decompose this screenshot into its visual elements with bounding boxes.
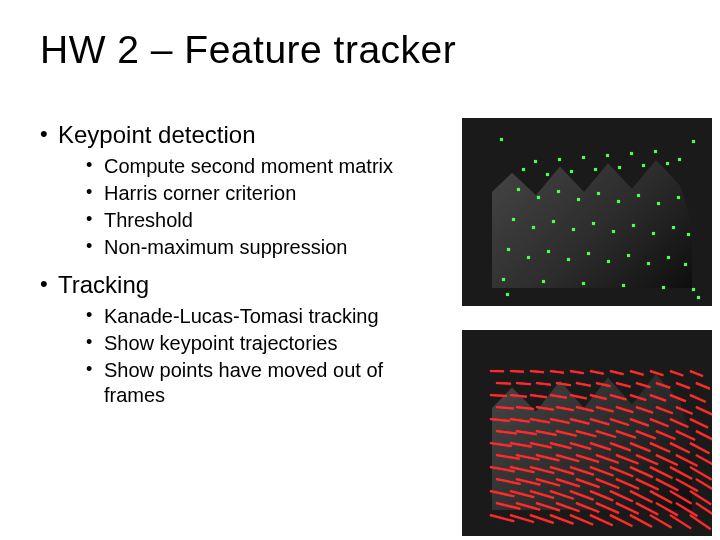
- keypoint-dot: [534, 160, 537, 163]
- subitem: Show keypoint trajectories: [86, 331, 435, 356]
- keypoint-dot: [597, 192, 600, 195]
- subitem: Harris corner criterion: [86, 181, 435, 206]
- keypoint-dot: [692, 140, 695, 143]
- keypoint-dot: [652, 232, 655, 235]
- trajectory-streak: [496, 382, 511, 385]
- subitem: Non-maximum suppression: [86, 235, 435, 260]
- keypoint-dot: [697, 296, 700, 299]
- trajectory-streak: [669, 514, 691, 529]
- trajectory-streak: [649, 514, 672, 529]
- keypoint-dot: [512, 218, 515, 221]
- keypoint-dot: [570, 170, 573, 173]
- keypoint-dot: [642, 164, 645, 167]
- keypoint-dot: [672, 226, 675, 229]
- trajectory-streak: [510, 370, 524, 373]
- trajectory-streak: [696, 430, 712, 441]
- keypoint-dot: [647, 262, 650, 265]
- keypoint-dot: [517, 188, 520, 191]
- keypoint-dot: [594, 168, 597, 171]
- keypoint-dot: [677, 196, 680, 199]
- figure-keypoints: [462, 118, 712, 306]
- keypoint-dot: [606, 154, 609, 157]
- figure-tracking: [462, 330, 712, 536]
- sublist-keypoint: Compute second moment matrix Harris corn…: [58, 154, 435, 260]
- keypoint-dot: [506, 293, 509, 296]
- slide: HW 2 – Feature tracker Keypoint detectio…: [0, 0, 720, 540]
- keypoint-dot: [557, 190, 560, 193]
- keypoint-dot: [522, 168, 525, 171]
- subitem: Show points have moved out of frames: [86, 358, 435, 408]
- trajectory-streak: [516, 382, 532, 385]
- trajectory-streak: [696, 382, 711, 390]
- trajectory-streak: [570, 370, 584, 374]
- keypoint-dot: [667, 256, 670, 259]
- trajectory-streak: [689, 466, 712, 480]
- trajectory-streak: [690, 442, 711, 454]
- keypoint-dot: [567, 258, 570, 261]
- trajectory-streak: [530, 370, 544, 373]
- keypoint-dot: [558, 158, 561, 161]
- slide-title: HW 2 – Feature tracker: [40, 28, 456, 72]
- keypoint-dot: [654, 150, 657, 153]
- keypoint-dot: [684, 263, 687, 266]
- keypoint-dot: [577, 198, 580, 201]
- keypoint-dot: [507, 248, 510, 251]
- building-shape: [492, 128, 692, 288]
- keypoint-dot: [592, 222, 595, 225]
- keypoint-dot: [630, 152, 633, 155]
- trajectory-streak: [690, 370, 704, 377]
- keypoint-dot: [618, 166, 621, 169]
- keypoint-dot: [666, 162, 669, 165]
- keypoint-dot: [527, 256, 530, 259]
- bullet-label: Keypoint detection: [58, 121, 255, 148]
- trajectory-streak: [490, 394, 507, 397]
- trajectory-streak: [690, 418, 709, 428]
- keypoint-dot: [637, 194, 640, 197]
- keypoint-dot: [587, 252, 590, 255]
- keypoint-dot: [546, 173, 549, 176]
- keypoint-dot: [552, 220, 555, 223]
- subitem: Compute second moment matrix: [86, 154, 435, 179]
- keypoint-dot: [502, 278, 505, 281]
- trajectory-streak: [696, 406, 712, 415]
- keypoint-dot: [678, 158, 681, 161]
- keypoint-dot: [532, 226, 535, 229]
- keypoint-dot: [537, 196, 540, 199]
- keypoint-dot: [662, 286, 665, 289]
- trajectory-streak: [530, 394, 547, 398]
- trajectory-streak: [636, 382, 651, 388]
- keypoint-dot: [542, 280, 545, 283]
- keypoint-dot: [582, 282, 585, 285]
- trajectory-streak: [670, 370, 684, 377]
- keypoint-dot: [657, 202, 660, 205]
- bullet-keypoint-detection: Keypoint detection Compute second moment…: [40, 120, 435, 260]
- trajectory-streak: [610, 370, 624, 375]
- trajectory-streak: [676, 382, 691, 389]
- keypoint-dot: [500, 138, 503, 141]
- trajectory-streak: [616, 382, 631, 388]
- trajectory-streak: [689, 490, 711, 505]
- trajectory-streak: [689, 514, 711, 530]
- subitem: Kanade-Lucas-Tomasi tracking: [86, 304, 435, 329]
- trajectory-streak: [630, 370, 644, 376]
- keypoint-dot: [692, 288, 695, 291]
- subitem: Threshold: [86, 208, 435, 233]
- slide-body: Keypoint detection Compute second moment…: [40, 120, 435, 418]
- trajectory-streak: [490, 370, 504, 372]
- keypoint-dot: [582, 156, 585, 159]
- trajectory-streak: [576, 382, 591, 387]
- trajectory-streak: [536, 382, 552, 386]
- bullet-tracking: Tracking Kanade-Lucas-Tomasi tracking Sh…: [40, 270, 435, 408]
- keypoint-dot: [547, 250, 550, 253]
- trajectory-streak: [690, 394, 706, 403]
- keypoint-dot: [622, 284, 625, 287]
- keypoint-dot: [572, 228, 575, 231]
- bullet-list: Keypoint detection Compute second moment…: [40, 120, 435, 408]
- trajectory-streak: [550, 370, 564, 374]
- keypoint-dot: [627, 254, 630, 257]
- keypoint-dot: [617, 200, 620, 203]
- keypoint-dot: [687, 233, 690, 236]
- sublist-tracking: Kanade-Lucas-Tomasi tracking Show keypoi…: [58, 304, 435, 408]
- keypoint-dot: [632, 224, 635, 227]
- bullet-label: Tracking: [58, 271, 149, 298]
